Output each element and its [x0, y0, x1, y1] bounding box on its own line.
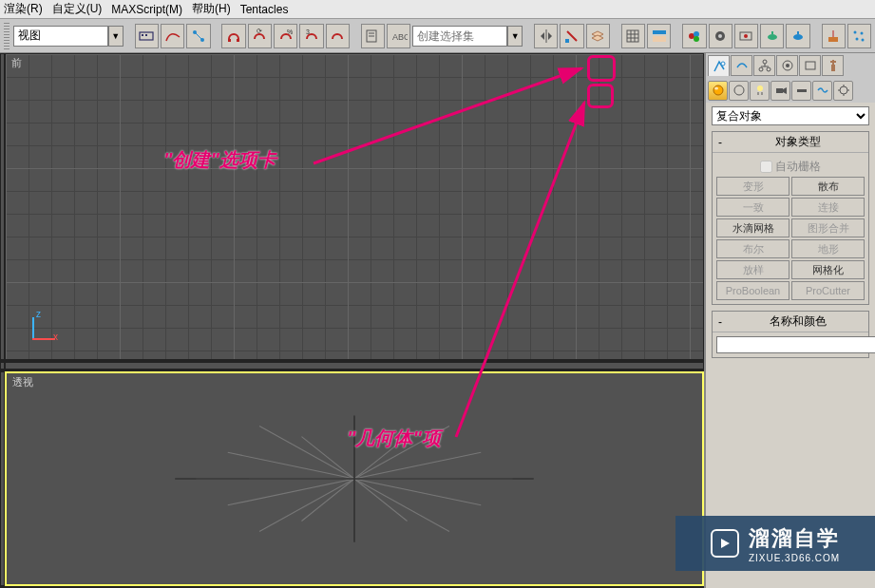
svg-point-30 — [768, 34, 777, 40]
terrain-button[interactable]: 地形 — [791, 239, 865, 258]
svg-rect-21 — [653, 30, 666, 34]
display-tab[interactable] — [799, 55, 821, 76]
svg-point-54 — [759, 67, 763, 71]
cameras-subtab[interactable] — [770, 81, 790, 101]
object-name-input[interactable] — [716, 336, 875, 353]
geometry-subtab[interactable] — [708, 81, 728, 101]
mesher-button[interactable]: 网格化 — [791, 260, 865, 279]
viewport-selector[interactable]: ▼ — [13, 26, 124, 47]
selection-set-arrow[interactable]: ▼ — [507, 26, 523, 47]
particles-icon[interactable] — [847, 24, 871, 48]
svg-point-36 — [854, 30, 857, 33]
svg-rect-16 — [627, 30, 638, 42]
shapemerge-button[interactable]: 图形合并 — [791, 218, 865, 237]
svg-point-29 — [744, 34, 748, 38]
menu-help[interactable]: 帮助(H) — [192, 1, 231, 17]
menu-render[interactable]: 渲染(R) — [4, 1, 43, 17]
text-tool-icon[interactable]: ABC — [387, 24, 410, 48]
svg-rect-6 — [228, 39, 231, 42]
render-setup-icon[interactable] — [709, 24, 732, 48]
angle-snap-icon[interactable]: ⟳ — [248, 24, 272, 48]
grid-settings-icon[interactable] — [621, 24, 645, 48]
play-icon — [711, 529, 739, 558]
procutter-button[interactable]: ProCutter — [791, 281, 865, 300]
toolbar-grip[interactable] — [4, 23, 10, 49]
loft-button[interactable]: 放样 — [716, 260, 789, 279]
svg-rect-58 — [806, 62, 815, 69]
shapes-subtab[interactable] — [729, 81, 749, 101]
svg-point-68 — [840, 86, 847, 94]
svg-point-50 — [721, 62, 725, 66]
menu-custom[interactable]: 自定义(U) — [52, 1, 103, 17]
blobmesh-button[interactable]: 水滴网格 — [716, 218, 789, 237]
snap-toggle-icon[interactable] — [221, 24, 245, 48]
svg-point-60 — [713, 85, 723, 95]
named-selection-icon[interactable] — [361, 24, 385, 48]
menu-maxscript[interactable]: MAXScript(M) — [111, 3, 182, 16]
selection-set-combo[interactable]: ▼ — [412, 26, 523, 47]
menu-tentacles[interactable]: Tentacles — [240, 3, 289, 16]
autogrid-checkbox — [760, 161, 772, 173]
svg-point-55 — [767, 67, 770, 71]
connect-button[interactable]: 连接 — [791, 198, 865, 217]
svg-rect-33 — [797, 31, 799, 34]
category-dropdown[interactable]: 复合对象 — [712, 106, 869, 125]
svg-text:⟳: ⟳ — [257, 28, 262, 34]
snap-options-icon[interactable] — [326, 24, 350, 48]
render-icon[interactable] — [786, 24, 809, 48]
svg-rect-66 — [776, 88, 783, 93]
boolean-button[interactable]: 布尔 — [716, 239, 789, 258]
hierarchy-tab[interactable] — [753, 55, 775, 76]
render-frame-icon[interactable] — [734, 24, 758, 48]
systems-subtab[interactable] — [833, 81, 853, 101]
main-toolbar: ▼ ⟳ % 3 ABC ▼ — [0, 19, 875, 53]
watermark-url: ZIXUE.3D66.COM — [749, 553, 840, 563]
track-view-icon[interactable] — [647, 24, 671, 48]
autogrid-row: 自动栅格 — [716, 157, 865, 177]
watermark-text: 溜溜自学 — [749, 526, 840, 550]
percent-snap-icon[interactable]: % — [274, 24, 297, 48]
svg-line-5 — [196, 33, 201, 39]
mirror-icon[interactable] — [534, 24, 558, 48]
viewport-dropdown-arrow[interactable]: ▼ — [108, 26, 124, 47]
quick-render-icon[interactable] — [760, 24, 784, 48]
svg-point-37 — [861, 31, 864, 34]
viewport-front[interactable]: 前 zx — [5, 53, 704, 360]
create-subtabs — [706, 78, 875, 103]
selection-set-input[interactable] — [412, 26, 507, 47]
object-type-rollout: -对象类型 自动栅格 变形 散布 一致 连接 水滴网格 图形合并 布尔 地形 — [712, 131, 869, 305]
svg-point-38 — [856, 37, 859, 40]
conform-button[interactable]: 一致 — [716, 198, 789, 217]
command-panel-tabs — [706, 53, 875, 78]
viewport-label[interactable] — [13, 26, 108, 47]
material-editor-icon[interactable] — [682, 24, 706, 48]
lights-subtab[interactable] — [750, 81, 770, 101]
svg-point-51 — [763, 60, 767, 64]
viewport-front-label: 前 — [11, 56, 22, 70]
spacewarps-subtab[interactable] — [812, 81, 832, 101]
rollout-type-title: 对象类型 — [730, 134, 866, 150]
spinner-snap-icon[interactable]: 3 — [299, 24, 323, 48]
keyboard-toggle-icon[interactable] — [135, 24, 159, 48]
morph-button[interactable]: 变形 — [716, 177, 789, 196]
align-icon[interactable] — [560, 24, 583, 48]
utilities-tab[interactable] — [822, 55, 844, 76]
schematic-icon[interactable] — [186, 24, 210, 48]
create-tab[interactable] — [708, 55, 730, 76]
layers-icon[interactable] — [586, 24, 610, 48]
helpers-subtab[interactable] — [791, 81, 811, 101]
proboolean-button[interactable]: ProBoolean — [716, 281, 789, 300]
modify-tab[interactable] — [731, 55, 752, 76]
svg-point-57 — [786, 64, 789, 67]
menu-bar: 渲染(R) 自定义(U) MAXScript(M) 帮助(H) Tentacle… — [0, 0, 875, 19]
reactor-icon[interactable] — [822, 24, 846, 48]
svg-text:%: % — [287, 28, 293, 35]
viewport-area: 前 zx 透视 — [0, 53, 704, 588]
curve-editor-icon[interactable] — [161, 24, 184, 48]
scatter-button[interactable]: 散布 — [791, 177, 865, 196]
motion-tab[interactable] — [776, 55, 798, 76]
viewport-perspective[interactable]: 透视 — [5, 371, 704, 586]
svg-rect-59 — [831, 65, 835, 71]
rollout-name-title: 名称和颜色 — [730, 313, 866, 330]
svg-point-39 — [862, 38, 865, 41]
